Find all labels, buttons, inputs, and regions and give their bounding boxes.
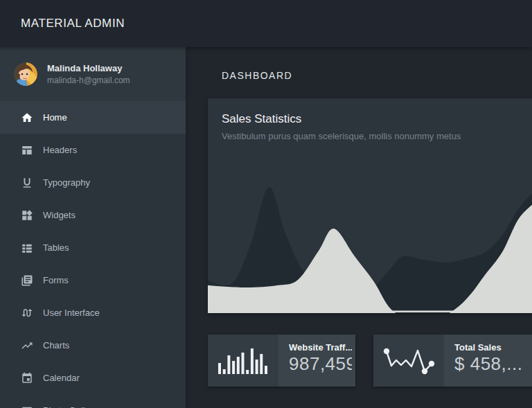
sales-area-chart	[208, 154, 532, 313]
user-interface-icon	[21, 307, 33, 319]
card-title: Sales Statistics	[222, 112, 532, 126]
main-content: DASHBOARD Sales Statistics Vestibulum pu…	[186, 47, 532, 408]
topbar: MATERIAL ADMIN	[0, 0, 532, 47]
sidebar-item-headers[interactable]: Headers	[0, 134, 186, 166]
typography-icon	[21, 177, 33, 189]
sidebar-item-home[interactable]: Home	[0, 101, 186, 134]
sidebar-item-label: Headers	[43, 145, 77, 155]
sidebar: Malinda Hollaway malinda-h@gmail.com Hom…	[0, 47, 186, 408]
sidebar-item-photo-gallery[interactable]: Photo Gallery	[0, 394, 186, 408]
gallery-icon	[21, 405, 33, 408]
user-email: malinda-h@gmail.com	[47, 76, 130, 85]
sidebar-item-label: Typography	[43, 177, 90, 188]
stat-text-panel: Website Traff...987,459	[278, 335, 355, 387]
sidebar-item-calendar[interactable]: Calendar	[0, 362, 186, 394]
bar-chart-icon	[218, 345, 269, 377]
stat-value: $ 458,...	[454, 353, 532, 375]
sidebar-item-label: Calendar	[43, 373, 80, 383]
stat-text-panel: Total Sales$ 458,...	[444, 335, 532, 387]
calendar-icon	[21, 372, 33, 384]
stats-row: Website Traff...987,459Total Sales$ 458,…	[208, 335, 532, 387]
avatar	[14, 62, 37, 86]
stat-label: Website Traff...	[289, 342, 352, 353]
sidebar-item-charts[interactable]: Charts	[0, 329, 186, 362]
sales-statistics-card: Sales Statistics Vestibulum purus quam s…	[208, 98, 532, 313]
sidebar-item-label: User Interface	[43, 308, 100, 318]
sidebar-item-tables[interactable]: Tables	[0, 231, 186, 264]
user-profile[interactable]: Malinda Hollaway malinda-h@gmail.com	[0, 47, 186, 101]
charts-icon	[21, 339, 33, 352]
forms-icon	[21, 274, 33, 287]
sidebar-item-typography[interactable]: Typography	[0, 166, 186, 199]
stat-icon-panel	[373, 335, 444, 387]
app-title: MATERIAL ADMIN	[21, 17, 125, 30]
stat-card-total-sales[interactable]: Total Sales$ 458,...	[373, 335, 532, 387]
line-chart-icon	[381, 344, 436, 378]
sidebar-item-label: Widgets	[43, 210, 76, 220]
sidebar-item-label: Forms	[43, 275, 69, 285]
sidebar-item-label: Photo Gallery	[43, 405, 98, 408]
stat-card-website-traff[interactable]: Website Traff...987,459	[208, 335, 355, 387]
home-icon	[21, 112, 33, 124]
stat-value: 987,459	[289, 353, 352, 375]
stat-icon-panel	[208, 335, 278, 387]
sidebar-menu: HomeHeadersTypographyWidgetsTablesFormsU…	[0, 101, 186, 408]
sidebar-item-label: Charts	[43, 340, 69, 351]
user-meta: Malinda Hollaway malinda-h@gmail.com	[47, 63, 130, 85]
app-window: MATERIAL ADMIN	[0, 0, 532, 408]
tables-icon	[21, 242, 33, 254]
sidebar-item-user-interface[interactable]: User Interface	[0, 296, 186, 329]
user-name: Malinda Hollaway	[47, 63, 130, 73]
page-title: DASHBOARD	[222, 70, 292, 81]
sidebar-item-label: Tables	[43, 242, 69, 253]
headers-icon	[21, 144, 33, 157]
stat-label: Total Sales	[454, 342, 532, 353]
sidebar-item-forms[interactable]: Forms	[0, 264, 186, 296]
sidebar-item-label: Home	[43, 112, 67, 123]
card-subtitle: Vestibulum purus quam scelerisque, molli…	[222, 131, 532, 141]
widgets-icon	[21, 209, 33, 222]
sidebar-item-widgets[interactable]: Widgets	[0, 199, 186, 231]
